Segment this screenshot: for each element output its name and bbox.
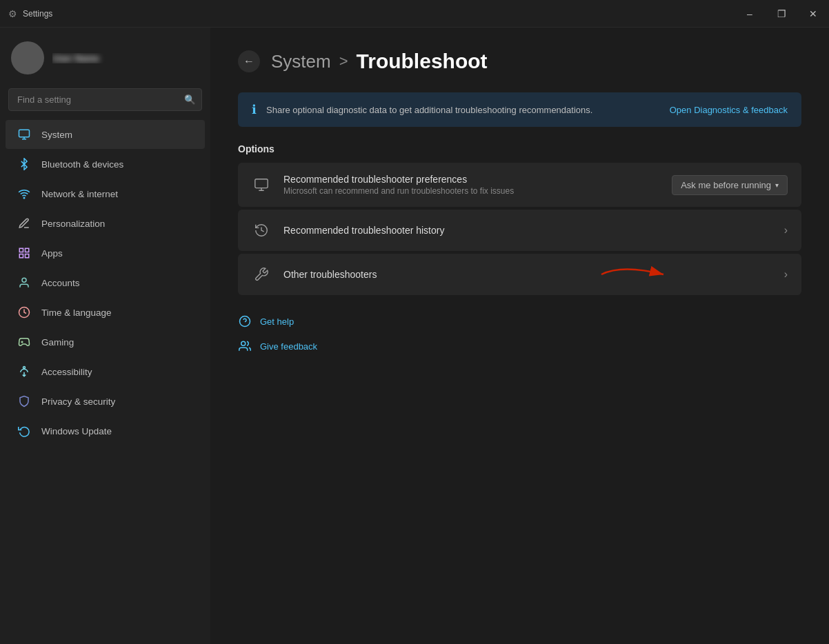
help-link-give-feedback[interactable]: Give feedback (238, 336, 801, 356)
search-box[interactable]: 🔍 (8, 88, 202, 111)
svg-rect-3 (26, 248, 29, 252)
svg-rect-5 (19, 254, 23, 258)
option-body-other-troubleshooters: Other troubleshooters (283, 269, 772, 280)
option-icon-other-troubleshooters (252, 265, 271, 284)
svg-point-17 (241, 341, 246, 345)
personalization-icon (17, 216, 32, 231)
sidebar: User Name 🔍 SystemBluetooth & devicesNet… (0, 28, 210, 644)
options-list: Recommended troubleshooter preferencesMi… (238, 163, 801, 295)
app-container: User Name 🔍 SystemBluetooth & devicesNet… (0, 28, 829, 644)
sidebar-item-label-apps: Apps (41, 248, 63, 259)
accessibility-icon (17, 364, 32, 379)
sidebar-item-time[interactable]: Time & language (6, 298, 205, 327)
bluetooth-icon (17, 157, 32, 172)
settings-icon: ⚙ (8, 8, 17, 19)
titlebar: ⚙ Settings – ❐ ✕ (0, 0, 829, 28)
troubleshooter-pref-dropdown[interactable]: Ask me before running ▾ (672, 175, 788, 195)
sidebar-item-system[interactable]: System (6, 120, 205, 149)
apps-icon (17, 245, 32, 261)
breadcrumb: ← System > Troubleshoot (238, 50, 801, 73)
sidebar-item-label-system: System (41, 130, 72, 140)
privacy-icon (17, 394, 32, 409)
sidebar-item-label-bluetooth: Bluetooth & devices (41, 159, 123, 170)
sidebar-item-bluetooth[interactable]: Bluetooth & devices (6, 150, 205, 179)
info-icon: ℹ (252, 102, 257, 117)
svg-point-12 (23, 367, 26, 369)
option-title-recommended-history: Recommended troubleshooter history (283, 225, 772, 236)
sidebar-item-apps[interactable]: Apps (6, 239, 205, 268)
sidebar-item-update[interactable]: Windows Update (6, 416, 205, 445)
chevron-right-icon-recommended-history: › (784, 224, 788, 237)
help-links: Get helpGive feedback (238, 312, 801, 356)
user-info: User Name (52, 53, 199, 63)
sidebar-item-label-accounts: Accounts (41, 278, 80, 288)
time-icon (17, 305, 32, 320)
titlebar-title: Settings (23, 9, 52, 19)
maximize-button[interactable]: ❐ (766, 0, 797, 28)
sidebar-item-label-privacy: Privacy & security (41, 396, 115, 407)
help-link-label-get-help: Get help (260, 316, 294, 327)
accounts-icon (17, 275, 32, 290)
close-button[interactable]: ✕ (797, 0, 829, 28)
network-icon (17, 186, 32, 201)
sidebar-item-gaming[interactable]: Gaming (6, 328, 205, 356)
info-banner-left: ℹ Share optional diagnostic data to get … (252, 102, 592, 117)
avatar (11, 41, 44, 74)
option-card-recommended-history[interactable]: Recommended troubleshooter history› (238, 210, 801, 251)
search-input[interactable] (9, 89, 179, 110)
minimize-button[interactable]: – (734, 0, 766, 28)
option-subtitle-recommended-prefs: Microsoft can recommend and run troubles… (283, 186, 659, 196)
sidebar-item-accessibility[interactable]: Accessibility (6, 357, 205, 386)
option-right-recommended-history: › (784, 224, 788, 237)
search-button[interactable]: 🔍 (179, 89, 201, 110)
gaming-icon (17, 334, 32, 350)
option-title-recommended-prefs: Recommended troubleshooter preferences (283, 174, 659, 185)
chevron-right-icon-other-troubleshooters: › (784, 268, 788, 281)
option-icon-recommended-prefs (252, 175, 271, 194)
sidebar-item-accounts[interactable]: Accounts (6, 268, 205, 297)
sidebar-item-label-personalization: Personalization (41, 219, 105, 229)
option-card-recommended-prefs[interactable]: Recommended troubleshooter preferencesMi… (238, 163, 801, 207)
sidebar-item-label-accessibility: Accessibility (41, 367, 92, 377)
svg-rect-2 (19, 248, 23, 252)
sidebar-item-network[interactable]: Network & internet (6, 179, 205, 208)
back-button[interactable]: ← (238, 50, 260, 72)
breadcrumb-current: Troubleshoot (357, 50, 488, 73)
sidebar-item-label-time: Time & language (41, 308, 112, 318)
svg-rect-4 (26, 254, 29, 258)
get-help-icon (238, 314, 252, 328)
update-icon (17, 423, 32, 439)
option-body-recommended-history: Recommended troubleshooter history (283, 225, 772, 236)
info-banner: ℹ Share optional diagnostic data to get … (238, 92, 801, 127)
info-banner-text: Share optional diagnostic data to get ad… (266, 105, 592, 115)
svg-point-6 (22, 278, 26, 282)
sidebar-item-label-gaming: Gaming (41, 337, 74, 348)
option-title-other-troubleshooters: Other troubleshooters (283, 269, 772, 280)
svg-rect-13 (255, 179, 268, 188)
sidebar-item-label-update: Windows Update (41, 426, 112, 436)
user-profile[interactable]: User Name (0, 33, 210, 83)
system-icon (17, 127, 32, 142)
option-icon-recommended-history (252, 221, 271, 240)
breadcrumb-parent[interactable]: System (271, 51, 331, 72)
option-card-other-troubleshooters[interactable]: Other troubleshooters› (238, 254, 801, 295)
user-name: User Name (52, 53, 199, 63)
sidebar-item-label-network: Network & internet (41, 189, 118, 199)
titlebar-controls: – ❐ ✕ (734, 0, 829, 28)
nav-list: SystemBluetooth & devicesNetwork & inter… (0, 119, 210, 446)
titlebar-left: ⚙ Settings (8, 8, 52, 19)
give-feedback-icon (238, 339, 252, 353)
option-body-recommended-prefs: Recommended troubleshooter preferencesMi… (283, 174, 659, 196)
help-link-get-help[interactable]: Get help (238, 312, 801, 331)
breadcrumb-separator: > (339, 52, 348, 70)
svg-point-1 (23, 197, 25, 199)
svg-rect-0 (19, 130, 30, 137)
help-link-label-give-feedback: Give feedback (260, 341, 317, 352)
open-diagnostics-link[interactable]: Open Diagnostics & feedback (670, 105, 788, 115)
main-content: ← System > Troubleshoot ℹ Share optional… (210, 28, 829, 644)
section-title: Options (238, 143, 801, 154)
option-right-recommended-prefs: Ask me before running ▾ (672, 175, 788, 195)
option-right-other-troubleshooters: › (784, 268, 788, 281)
sidebar-item-privacy[interactable]: Privacy & security (6, 387, 205, 416)
sidebar-item-personalization[interactable]: Personalization (6, 209, 205, 238)
